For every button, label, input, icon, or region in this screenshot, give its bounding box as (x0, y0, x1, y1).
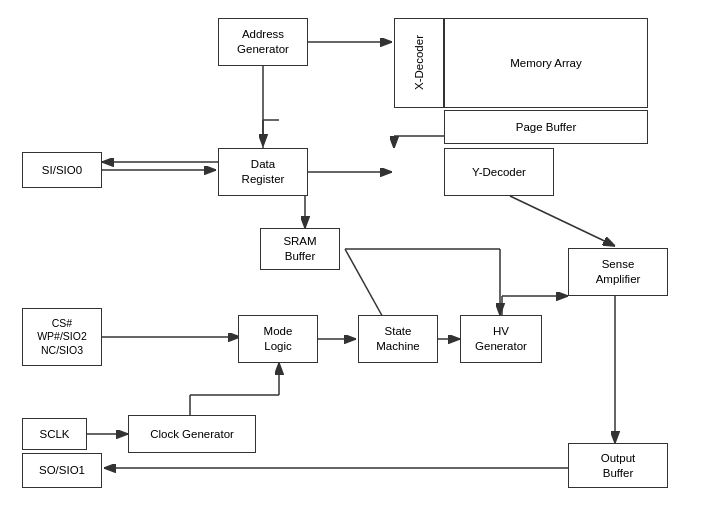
si-sio0-block: SI/SIO0 (22, 152, 102, 188)
sclk-block: SCLK (22, 418, 87, 450)
address-generator-block: AddressGenerator (218, 18, 308, 66)
cs-wp-nc-block: CS#WP#/SIO2NC/SIO3 (22, 308, 102, 366)
block-diagram: AddressGenerator X-Decoder Memory Array … (0, 0, 712, 519)
sense-amplifier-block: SenseAmplifier (568, 248, 668, 296)
memory-array-block: Memory Array (444, 18, 648, 108)
clock-generator-block: Clock Generator (128, 415, 256, 453)
y-decoder-block: Y-Decoder (444, 148, 554, 196)
output-buffer-block: OutputBuffer (568, 443, 668, 488)
svg-line-11 (510, 196, 615, 246)
x-decoder-block: X-Decoder (394, 18, 444, 108)
page-buffer-block: Page Buffer (444, 110, 648, 144)
mode-logic-block: ModeLogic (238, 315, 318, 363)
sram-buffer-block: SRAMBuffer (260, 228, 340, 270)
state-machine-block: StateMachine (358, 315, 438, 363)
data-register-block: DataRegister (218, 148, 308, 196)
so-sio1-block: SO/SIO1 (22, 453, 102, 488)
hv-generator-block: HVGenerator (460, 315, 542, 363)
